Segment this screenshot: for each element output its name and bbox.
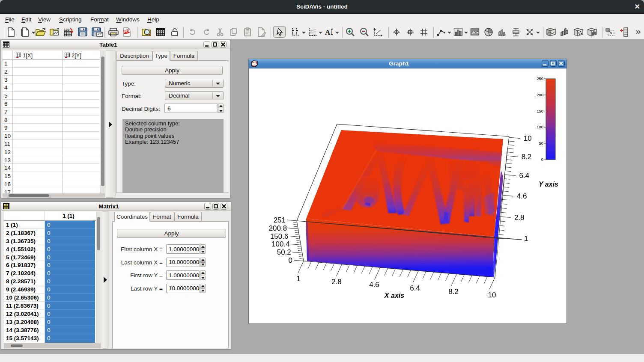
svg-text:250: 250: [537, 76, 543, 81]
svg-text:100.4: 100.4: [271, 240, 290, 248]
svg-text:1: 1: [524, 234, 528, 243]
svg-text:8.2: 8.2: [522, 153, 532, 161]
svg-text:10: 10: [488, 291, 496, 299]
svg-text:2.8: 2.8: [514, 214, 525, 222]
svg-text:6.4: 6.4: [519, 172, 530, 180]
svg-text:200.8: 200.8: [269, 224, 287, 232]
svg-text:X axis: X axis: [384, 292, 404, 299]
svg-text:150.6: 150.6: [270, 232, 289, 240]
svg-text:2.8: 2.8: [331, 278, 342, 286]
svg-text:200: 200: [537, 92, 543, 97]
svg-text:4.6: 4.6: [369, 281, 379, 289]
svg-text:251: 251: [274, 216, 286, 224]
svg-text:0: 0: [541, 157, 543, 162]
svg-text:123: 123: [64, 28, 70, 32]
svg-text:50: 50: [539, 141, 543, 145]
svg-text:4.6: 4.6: [517, 192, 527, 200]
svg-text:10: 10: [524, 134, 532, 142]
svg-text:1: 1: [296, 275, 300, 283]
svg-text:Y axis: Y axis: [539, 181, 558, 188]
svg-text:150: 150: [537, 109, 543, 113]
svg-text:8.2: 8.2: [448, 288, 459, 296]
svg-text:50.2: 50.2: [277, 248, 291, 256]
svg-text:A: A: [325, 28, 331, 36]
svg-text:6.4: 6.4: [410, 284, 420, 292]
svg-text:0: 0: [289, 256, 292, 264]
svg-text:100: 100: [537, 125, 543, 129]
